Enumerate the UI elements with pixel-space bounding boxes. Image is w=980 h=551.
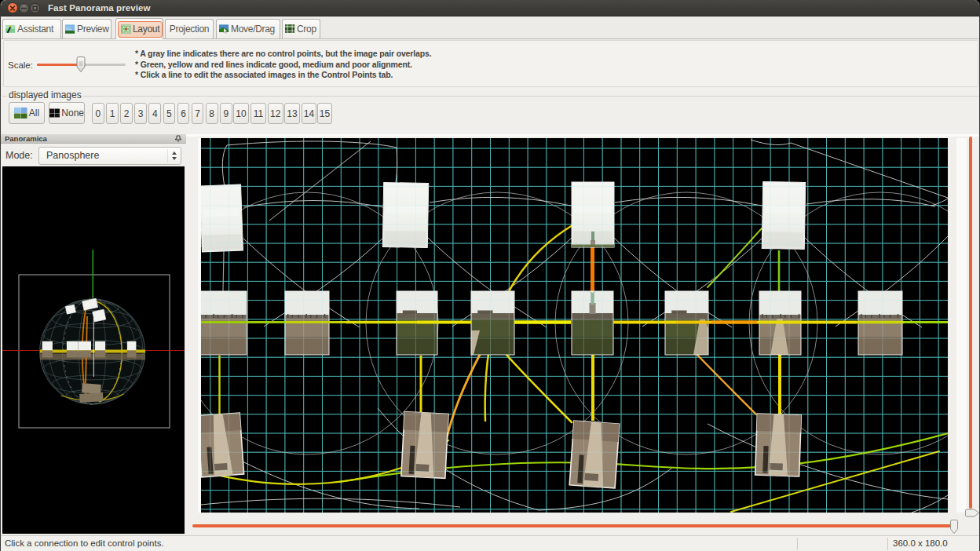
svg-text:GL: GL [66,26,72,31]
